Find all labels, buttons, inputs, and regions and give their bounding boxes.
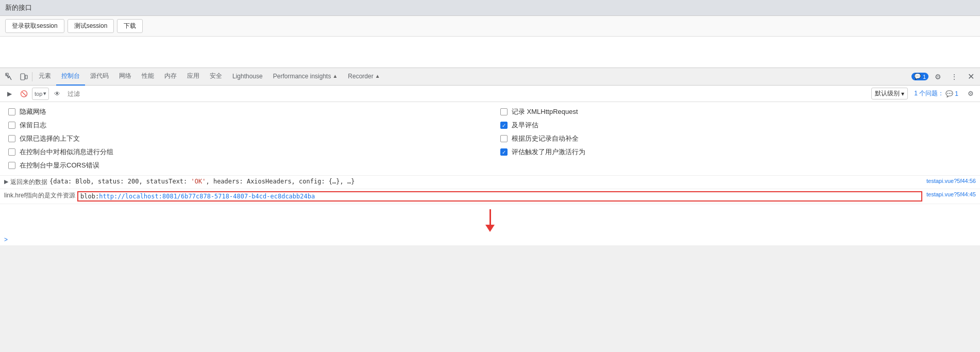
option-autocomplete[interactable]: 根据历史记录自动补全 (500, 134, 972, 143)
option-context-only[interactable]: 仅限已选择的上下文 (8, 134, 480, 143)
tab-console[interactable]: 控制台 (56, 68, 85, 86)
console-row-1: ▶ 返回来的数据 {data: Blob, status: 200, statu… (0, 176, 980, 189)
tab-separator (32, 72, 32, 81)
arrow-annotation (0, 204, 980, 234)
button-bar: 登录获取session 测试session 下载 (0, 16, 980, 37)
top-dropdown[interactable]: top ▾ (32, 88, 49, 100)
tab-recorder[interactable]: Recorder ▲ (343, 68, 385, 86)
filter-bar: ▶ 🚫 top ▾ 👁 默认级别 ▾ 1 个问题： 💬 1 ⚙ (0, 86, 980, 102)
checkbox-context-only[interactable] (8, 135, 15, 142)
issues-chat-icon: 💬 (945, 90, 953, 97)
option-eager-eval[interactable]: 及早评估 (500, 121, 972, 130)
console-source-1[interactable]: testapi.vue?5f44:56 (922, 178, 976, 184)
options-area: 隐藏网络 保留日志 仅限已选择的上下文 在控制台中对相似消息进行分组 在控制台中… (0, 102, 980, 175)
eye-icon[interactable]: 👁 (51, 88, 63, 100)
option-preserve-log[interactable]: 保留日志 (8, 121, 480, 130)
tab-memory[interactable]: 内存 (159, 68, 182, 86)
tab-elements[interactable]: 元素 (33, 68, 56, 86)
arrow-head (485, 225, 495, 232)
option-hidden-network[interactable]: 隐藏网络 (8, 107, 480, 116)
console-row-2: link.href指向的是文件资源 blob:http://localhost:… (0, 189, 980, 204)
issues-badge[interactable]: 1 个问题： 💬 1 (910, 88, 962, 99)
tab-lighthouse[interactable]: Lighthouse (227, 68, 268, 86)
tab-security[interactable]: 安全 (205, 68, 227, 86)
chat-badge[interactable]: 💬 1 (911, 73, 928, 80)
recorder-badge: ▲ (375, 73, 380, 79)
filter-settings-icon[interactable]: ⚙ (965, 88, 977, 100)
tab-performance[interactable]: 性能 (137, 68, 159, 86)
tab-application[interactable]: 应用 (182, 68, 205, 86)
option-show-cors[interactable]: 在控制台中显示CORS错误 (8, 161, 480, 170)
login-session-button[interactable]: 登录获取session (5, 19, 64, 33)
tab-performance-insights[interactable]: Performance insights ▲ (268, 68, 343, 86)
level-select[interactable]: 默认级别 ▾ (871, 88, 908, 99)
checkbox-user-activation[interactable] (500, 148, 508, 156)
console-area: ▶ 返回来的数据 {data: Blob, status: 200, statu… (0, 175, 980, 245)
option-record-xhr[interactable]: 记录 XMLHttpRequest (500, 107, 972, 116)
checkbox-group-similar[interactable] (8, 148, 15, 156)
checkbox-show-cors[interactable] (8, 162, 15, 169)
device-icon[interactable] (16, 71, 31, 83)
expand-icon: > (4, 236, 8, 243)
console-text-1: {data: Blob, status: 200, statusText: 'O… (49, 178, 922, 185)
performance-insights-badge: ▲ (332, 73, 337, 79)
checkbox-record-xhr[interactable] (500, 108, 508, 115)
run-icon[interactable]: ▶ (3, 88, 15, 100)
more-icon[interactable]: ⋮ (947, 70, 961, 84)
inspect-icon[interactable] (2, 71, 16, 83)
test-session-button[interactable]: 测试session (67, 19, 114, 33)
option-group-similar[interactable]: 在控制台中对相似消息进行分组 (8, 147, 480, 157)
browser-bar: 新的接口 (0, 0, 980, 16)
devtools-panel: 元素 控制台 源代码 网络 性能 内存 应用 安全 Lighthouse Per… (0, 68, 980, 245)
tabs-bar: 元素 控制台 源代码 网络 性能 内存 应用 安全 Lighthouse Per… (0, 68, 980, 86)
console-expand-row[interactable]: > (0, 234, 980, 245)
console-text-2: blob:http://localhost:8081/6b77c878-5718… (77, 191, 922, 202)
red-arrow (485, 209, 495, 232)
svg-rect-1 (21, 74, 25, 80)
checkbox-preserve-log[interactable] (8, 122, 15, 129)
console-source-2[interactable]: testapi.vue?5f44:45 (922, 191, 976, 197)
console-label-2: link.href指向的是文件资源 (4, 191, 75, 200)
browser-title: 新的接口 (5, 3, 32, 12)
arrow-line (489, 209, 491, 225)
checkbox-autocomplete[interactable] (500, 135, 508, 142)
settings-icon[interactable]: ⚙ (931, 70, 945, 84)
checkbox-eager-eval[interactable] (500, 122, 508, 129)
checkbox-hidden-network[interactable] (8, 108, 15, 115)
clear-icon[interactable]: 🚫 (18, 88, 30, 100)
tab-network[interactable]: 网络 (114, 68, 137, 86)
blob-link[interactable]: http://localhost:8081/6b77c878-5718-4807… (99, 193, 315, 200)
svg-rect-2 (25, 75, 27, 79)
close-icon[interactable]: ✕ (964, 70, 978, 84)
spacer-area (0, 37, 980, 68)
console-label-1: 返回来的数据 (10, 178, 47, 187)
tabs-bar-right: 💬 1 ⚙ ⋮ ✕ (911, 70, 978, 84)
tab-source[interactable]: 源代码 (85, 68, 114, 86)
filter-input[interactable] (65, 89, 869, 98)
download-button[interactable]: 下载 (117, 19, 143, 33)
expand-arrow-1[interactable]: ▶ (4, 178, 8, 185)
option-user-activation[interactable]: 评估触发了用户激活行为 (500, 147, 972, 157)
